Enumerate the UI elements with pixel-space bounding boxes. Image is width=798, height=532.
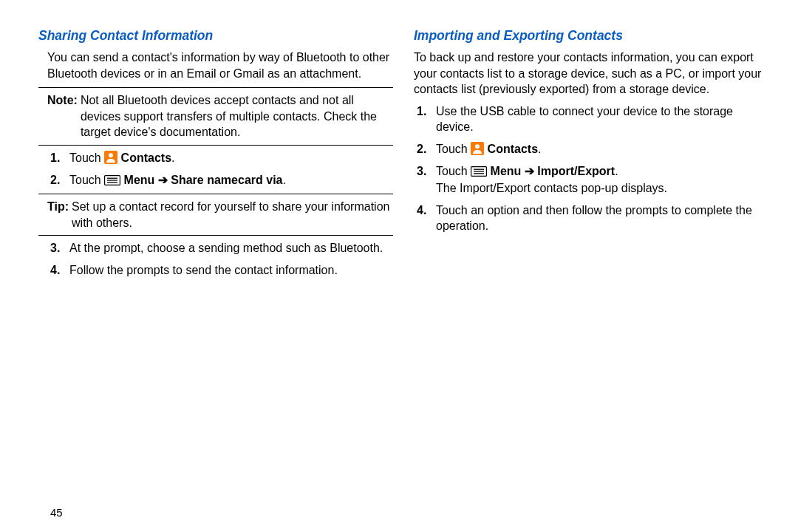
divider: [38, 235, 393, 236]
step-text: Touch: [436, 165, 471, 177]
tip-body: Set up a contact record for yourself to …: [72, 199, 393, 231]
divider: [38, 194, 393, 194]
share-namecard-label: Share namecard via: [168, 174, 283, 186]
intro-sharing: You can send a contact's information by …: [47, 50, 393, 81]
period: .: [538, 143, 541, 155]
manual-page: Sharing Contact Information You can send…: [0, 0, 798, 532]
steps-importing: Use the USB cable to connect your device…: [414, 103, 768, 234]
arrow-icon: ➔: [525, 165, 534, 177]
period: .: [615, 165, 618, 177]
step-text: Touch: [69, 151, 104, 164]
period: .: [171, 151, 174, 164]
left-column: Sharing Contact Information You can send…: [38, 28, 393, 522]
svg-point-1: [109, 153, 113, 157]
step-2: Touch Contacts.: [414, 141, 768, 157]
step-4: Follow the prompts to send the contact i…: [47, 262, 393, 279]
note-block: Note: Not all Bluetooth devices accept c…: [47, 92, 393, 140]
step-2: Touch Menu ➔ Share namecard via.: [47, 172, 393, 188]
note-body: Not all Bluetooth devices accept contact…: [81, 92, 393, 140]
right-column: Importing and Exporting Contacts To back…: [414, 28, 768, 522]
menu-label: Menu: [124, 174, 158, 186]
step-3: Touch Menu ➔ Import/Export. The Import/E…: [414, 163, 768, 197]
intro-importing: To back up and restore your contacts inf…: [414, 50, 768, 98]
heading-sharing: Sharing Contact Information: [38, 28, 393, 44]
arrow-icon: ➔: [158, 174, 168, 186]
step-3-sub: The Import/Export contacts pop-up displa…: [436, 180, 768, 197]
contacts-icon: [471, 142, 484, 155]
period: .: [282, 174, 285, 186]
svg-point-7: [475, 144, 480, 149]
step-3: At the prompt, choose a sending method s…: [47, 240, 393, 256]
step-4: Touch an option and then follow the prom…: [414, 202, 768, 234]
menu-icon: [104, 175, 120, 185]
step-text: Touch: [436, 143, 471, 155]
steps-sharing-a: Touch Contacts. Touch Menu ➔ Share namec…: [47, 150, 393, 188]
divider: [38, 145, 393, 146]
tip-label: Tip:: [47, 199, 72, 231]
import-export-label: Import/Export: [534, 165, 615, 177]
step-text: Touch: [69, 174, 101, 186]
note-label: Note:: [47, 92, 81, 140]
step-1: Touch Contacts.: [47, 150, 393, 166]
contacts-label: Contacts: [488, 143, 538, 155]
tip-block: Tip: Set up a contact record for yoursel…: [47, 199, 393, 231]
menu-label: Menu: [491, 165, 525, 177]
contacts-icon: [104, 151, 117, 164]
steps-sharing-b: At the prompt, choose a sending method s…: [47, 240, 393, 278]
heading-importing: Importing and Exporting Contacts: [414, 28, 768, 44]
page-number: 45: [50, 506, 63, 519]
step-1: Use the USB cable to connect your device…: [414, 103, 768, 135]
menu-icon: [471, 166, 487, 177]
divider: [38, 87, 393, 88]
contacts-label: Contacts: [121, 151, 171, 164]
